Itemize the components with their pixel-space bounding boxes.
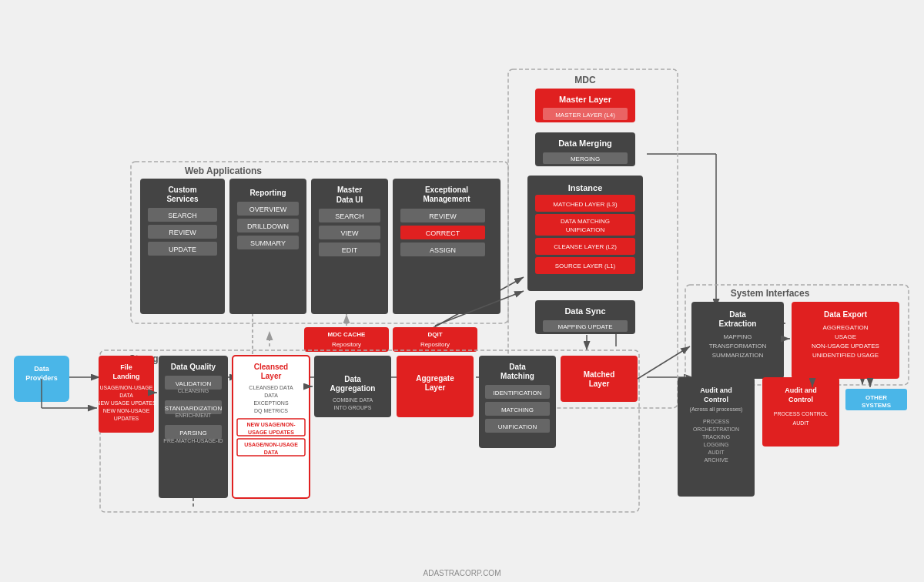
- svg-text:DQ METRICS: DQ METRICS: [254, 408, 288, 414]
- svg-text:DATA: DATA: [264, 393, 278, 398]
- svg-text:Layer: Layer: [261, 372, 282, 380]
- svg-text:MERGING: MERGING: [571, 156, 600, 162]
- svg-text:UNIFICATION: UNIFICATION: [566, 226, 605, 233]
- svg-text:ENRICHMENT: ENRICHMENT: [176, 413, 212, 418]
- svg-text:NEW USAGE/NON-: NEW USAGE/NON-: [247, 422, 296, 427]
- svg-text:INTO GROUPS: INTO GROUPS: [334, 405, 372, 410]
- svg-text:DATA MATCHING: DATA MATCHING: [561, 218, 610, 225]
- svg-text:AUDIT: AUDIT: [793, 420, 810, 426]
- svg-text:OVERVIEW: OVERVIEW: [249, 206, 287, 213]
- svg-text:ORCHESTRATION: ORCHESTRATION: [693, 426, 739, 432]
- svg-text:UPDATE: UPDATE: [169, 246, 196, 253]
- svg-text:MAPPING: MAPPING: [724, 333, 752, 340]
- svg-text:SUMMARY: SUMMARY: [250, 239, 286, 247]
- svg-text:DQIT: DQIT: [427, 331, 442, 338]
- svg-text:(Across all processes): (Across all processes): [690, 406, 743, 413]
- svg-text:SUMMARIZATION: SUMMARIZATION: [712, 352, 764, 359]
- svg-text:Management: Management: [423, 195, 470, 203]
- svg-text:CLEANSING: CLEANSING: [178, 388, 209, 393]
- svg-text:Audit and: Audit and: [785, 386, 817, 394]
- page: // ADASTRA MDM Solution: High-Level Proc…: [0, 0, 924, 582]
- svg-rect-148: [561, 356, 638, 402]
- svg-text:REVIEW: REVIEW: [169, 229, 196, 236]
- footer: ADASTRACORP.COM: [0, 564, 924, 582]
- svg-text:SOURCE LAYER (L1): SOURCE LAYER (L1): [555, 263, 616, 269]
- svg-text:Control: Control: [788, 396, 813, 403]
- svg-text:File: File: [120, 363, 132, 371]
- svg-text:STANDARDIZATION: STANDARDIZATION: [165, 405, 223, 412]
- svg-text:Data Sync: Data Sync: [564, 306, 605, 316]
- svg-text:Data: Data: [344, 375, 361, 383]
- svg-text:Cleansed: Cleansed: [254, 363, 288, 371]
- svg-text:DRILLDOWN: DRILLDOWN: [247, 222, 289, 230]
- svg-text:VIEW: VIEW: [340, 229, 359, 237]
- svg-text:Data Export: Data Export: [824, 310, 868, 319]
- svg-text:MAPPING UPDATE: MAPPING UPDATE: [558, 323, 613, 330]
- svg-text:Matching: Matching: [500, 372, 534, 380]
- svg-text:USAGE/NON-USAGE: USAGE/NON-USAGE: [100, 385, 153, 390]
- svg-text:LOGGING: LOGGING: [704, 442, 729, 447]
- svg-text:Instance: Instance: [568, 183, 603, 192]
- svg-text:AUDIT: AUDIT: [708, 450, 725, 455]
- svg-text:OTHER: OTHER: [865, 394, 887, 401]
- svg-text:SYSTEMS: SYSTEMS: [862, 402, 892, 409]
- svg-text:IDENTIFICATION: IDENTIFICATION: [494, 390, 542, 396]
- svg-text:Layer: Layer: [425, 383, 446, 392]
- svg-text:TRACKING: TRACKING: [702, 434, 730, 440]
- svg-text:Exceptional: Exceptional: [425, 186, 468, 194]
- svg-text:MDC: MDC: [574, 75, 596, 85]
- svg-text:System Interfaces: System Interfaces: [731, 288, 810, 299]
- svg-text:UPDATES: UPDATES: [114, 416, 139, 421]
- svg-text:UNIFICATION: UNIFICATION: [498, 423, 537, 430]
- svg-text:USAGE: USAGE: [835, 333, 856, 340]
- svg-text:ASSIGN: ASSIGN: [430, 246, 456, 254]
- svg-text:CLEANSE LAYER (L2): CLEANSE LAYER (L2): [554, 243, 617, 250]
- svg-text:USAGE UPDATES: USAGE UPDATES: [248, 430, 294, 435]
- svg-text:NON-USAGE UPDATES: NON-USAGE UPDATES: [812, 343, 879, 350]
- svg-text:Repository: Repository: [420, 341, 450, 348]
- svg-text:NEW USAGE UPDATES: NEW USAGE UPDATES: [96, 400, 156, 406]
- svg-text:DATA: DATA: [264, 450, 278, 455]
- svg-text:Control: Control: [704, 396, 728, 403]
- svg-text:REVIEW: REVIEW: [429, 212, 457, 220]
- svg-text:SEARCH: SEARCH: [335, 212, 364, 220]
- footer-url: ADASTRACORP.COM: [424, 569, 501, 577]
- svg-text:VALIDATION: VALIDATION: [176, 380, 212, 387]
- svg-text:Data: Data: [34, 365, 50, 373]
- svg-text:Master Layer: Master Layer: [559, 95, 612, 104]
- svg-text:EXCEPTIONS: EXCEPTIONS: [253, 400, 288, 406]
- svg-text:Repository: Repository: [332, 341, 361, 348]
- svg-text:DATA: DATA: [119, 393, 133, 398]
- svg-text:PROCESS CONTROL: PROCESS CONTROL: [774, 411, 829, 416]
- svg-text:Audit and: Audit and: [700, 386, 732, 394]
- svg-text:Landing: Landing: [113, 373, 140, 380]
- svg-text:Layer: Layer: [589, 380, 610, 388]
- svg-text:Data Merging: Data Merging: [558, 139, 612, 148]
- svg-text:CORRECT: CORRECT: [426, 229, 460, 237]
- svg-text:Data: Data: [509, 363, 526, 371]
- svg-text:UNIDENTIFIED USAGE: UNIDENTIFIED USAGE: [812, 352, 879, 359]
- svg-text:USAGE/NON-USAGE: USAGE/NON-USAGE: [244, 442, 298, 447]
- svg-text:Aggregation: Aggregation: [330, 384, 376, 393]
- svg-text:Data Quality: Data Quality: [171, 363, 216, 371]
- svg-text:MASTER LAYER (L4): MASTER LAYER (L4): [555, 112, 615, 119]
- svg-text:Reporting: Reporting: [249, 189, 286, 197]
- svg-text:NEW NON-USAGE: NEW NON-USAGE: [103, 408, 150, 413]
- svg-text:Extraction: Extraction: [719, 319, 757, 328]
- svg-text:CLEANSED DATA: CLEANSED DATA: [249, 385, 293, 390]
- svg-text:ARCHIVE: ARCHIVE: [704, 457, 728, 463]
- svg-text:TRANSFORMATION: TRANSFORMATION: [709, 343, 767, 350]
- svg-text:MATCHED LAYER (L3): MATCHED LAYER (L3): [553, 201, 618, 208]
- svg-text:MATCHING: MATCHING: [501, 406, 534, 413]
- svg-text:AGGREGATION: AGGREGATION: [823, 324, 869, 331]
- svg-text:EDIT: EDIT: [342, 246, 358, 254]
- svg-text:Matched: Matched: [584, 370, 615, 379]
- svg-text:Custom: Custom: [168, 186, 196, 194]
- svg-text:Web Applications: Web Applications: [185, 166, 262, 176]
- svg-text:Services: Services: [166, 195, 199, 203]
- svg-text:PARSING: PARSING: [179, 430, 206, 436]
- svg-text:Data UI: Data UI: [336, 196, 363, 204]
- svg-text:COMBINE DATA: COMBINE DATA: [333, 397, 373, 403]
- svg-text:Aggregate: Aggregate: [416, 374, 454, 383]
- svg-text:Master: Master: [337, 186, 362, 194]
